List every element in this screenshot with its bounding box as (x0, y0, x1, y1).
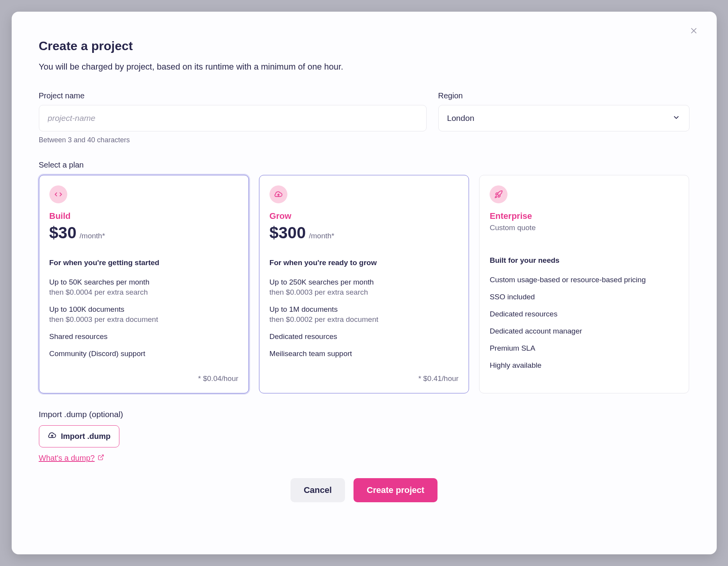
region-label: Region (438, 91, 690, 100)
svg-line-4 (100, 455, 103, 458)
plan-name: Grow (270, 211, 458, 221)
close-button[interactable] (690, 26, 700, 37)
project-name-field: Project name Between 3 and 40 characters (39, 91, 427, 144)
plan-feature: Dedicated resources (490, 310, 679, 318)
upload-icon (48, 431, 56, 442)
plan-feature: Premium SLA (490, 344, 679, 353)
plan-feature: Up to 50K searches per month (49, 278, 238, 286)
import-label: Import .dump (optional) (39, 410, 690, 419)
select-plan-label: Select a plan (39, 161, 690, 169)
plan-feature: Up to 100K documents (49, 305, 238, 314)
plan-name: Enterprise (490, 211, 679, 221)
plan-period: /month* (80, 232, 105, 240)
plan-price: $30 (49, 224, 77, 242)
plan-feature: Dedicated account manager (490, 327, 679, 335)
region-field: Region London (438, 91, 690, 144)
import-button-label: Import .dump (61, 432, 111, 441)
code-icon (49, 185, 67, 203)
modal-subtitle: You will be charged by project, based on… (39, 62, 690, 72)
plan-custom-quote: Custom quote (490, 224, 679, 232)
plan-tagline: For when you're getting started (49, 259, 238, 267)
plan-feature: SSO included (490, 293, 679, 301)
modal-title: Create a project (39, 39, 690, 53)
plans-row: Build $30 /month* For when you're gettin… (39, 175, 690, 393)
plan-feature: Up to 250K searches per month (270, 278, 458, 286)
create-project-modal: Create a project You will be charged by … (12, 12, 717, 554)
plan-feature: Up to 1M documents (270, 305, 458, 314)
rocket-icon (490, 185, 508, 203)
plan-price: $300 (270, 224, 306, 242)
import-dump-button[interactable]: Import .dump (39, 425, 120, 447)
plan-feature: Dedicated resources (270, 332, 458, 341)
close-icon (690, 30, 698, 36)
plan-feature-sub: then $0.0003 per extra document (49, 315, 238, 324)
project-name-helper: Between 3 and 40 characters (39, 136, 427, 144)
modal-actions: Cancel Create project (39, 478, 690, 502)
project-name-label: Project name (39, 91, 427, 100)
plan-feature: Shared resources (49, 332, 238, 341)
plan-feature-sub: then $0.0004 per extra search (49, 288, 238, 297)
plan-tagline: Built for your needs (490, 256, 679, 265)
region-value: London (447, 114, 474, 123)
cloud-upload-icon (270, 185, 287, 203)
plan-feature: Community (Discord) support (49, 349, 238, 358)
external-link-icon (98, 454, 104, 462)
plan-card-build[interactable]: Build $30 /month* For when you're gettin… (39, 175, 249, 393)
plan-card-grow[interactable]: Grow $300 /month* For when you're ready … (259, 175, 469, 393)
plan-name: Build (49, 211, 238, 221)
plan-feature-sub: then $0.0003 per extra search (270, 288, 458, 297)
plan-footer: * $0.04/hour (49, 367, 238, 383)
plan-period: /month* (309, 232, 334, 240)
chevron-down-icon (672, 113, 681, 124)
cancel-button[interactable]: Cancel (290, 478, 345, 502)
plan-tagline: For when you're ready to grow (270, 259, 458, 267)
create-project-button[interactable]: Create project (354, 478, 438, 502)
plan-feature: Highly available (490, 361, 679, 370)
plan-footer: * $0.41/hour (270, 367, 458, 383)
plan-feature: Meilisearch team support (270, 349, 458, 358)
project-name-input[interactable] (39, 105, 427, 131)
whats-a-dump-link[interactable]: What's a dump? (39, 454, 95, 463)
region-select[interactable]: London (438, 105, 690, 131)
plan-feature: Custom usage-based or resource-based pri… (490, 276, 679, 284)
plan-card-enterprise[interactable]: Enterprise Custom quote Built for your n… (479, 175, 689, 393)
plan-feature-sub: then $0.0002 per extra document (270, 315, 458, 324)
